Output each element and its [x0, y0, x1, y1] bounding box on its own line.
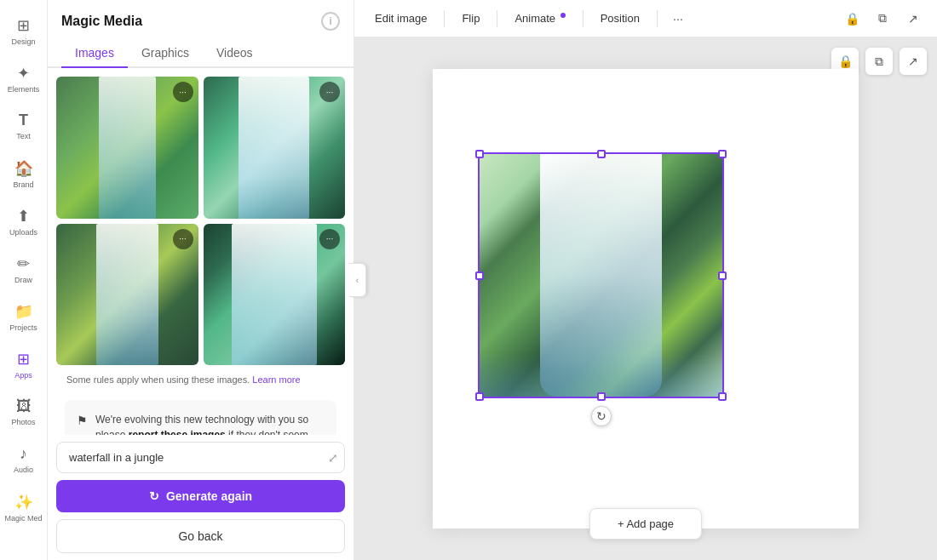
expand-search-button[interactable]: ⤢	[328, 451, 338, 465]
tab-videos[interactable]: Videos	[203, 39, 267, 68]
search-input[interactable]	[56, 442, 345, 473]
toolbar: Edit image Flip Animate Position ··· 🔒 ⧉…	[354, 0, 937, 37]
sidebar-item-label: Text	[16, 132, 31, 140]
handle-bottom-middle[interactable]	[597, 392, 606, 401]
sidebar-item-design[interactable]: ⊞ Design	[0, 7, 48, 54]
sidebar-item-label: Projects	[9, 323, 37, 332]
toolbar-separator-1	[444, 10, 445, 27]
chevron-left-icon: ‹	[356, 276, 359, 285]
sidebar-item-photos[interactable]: 🖼 Photos	[0, 388, 48, 436]
animate-button[interactable]: Animate	[504, 8, 575, 29]
sidebar-item-label: Uploads	[9, 228, 37, 237]
sidebar-item-brand[interactable]: 🏠 Brand	[0, 150, 48, 197]
sidebar-item-magic-med[interactable]: ✨ Magic Med	[0, 483, 48, 531]
sidebar-item-label: Audio	[14, 466, 33, 474]
image-card-3[interactable]: ···	[56, 224, 198, 366]
generate-again-button[interactable]: ↻ Generate again	[56, 480, 345, 512]
panel-info-button[interactable]: i	[321, 12, 340, 31]
image-card-1[interactable]: ···	[56, 77, 198, 219]
brand-icon: 🏠	[14, 159, 33, 178]
report-link[interactable]: report these images	[129, 429, 228, 435]
handle-top-right[interactable]	[718, 150, 727, 158]
more-options-button-1[interactable]: ···	[173, 82, 193, 102]
sidebar-item-label: Photos	[11, 418, 35, 426]
handle-middle-left[interactable]	[475, 271, 484, 280]
projects-icon: 📁	[14, 302, 33, 321]
canvas-area: 🔒 ⧉ ↗ ↻	[354, 37, 937, 560]
lock-button[interactable]: 🔒	[838, 5, 865, 32]
toolbar-separator-4	[657, 10, 658, 27]
canvas-page: ↻	[433, 69, 859, 529]
sidebar-item-label: Apps	[14, 371, 32, 380]
image-grid-container: ··· ··· ··· ··· Some rules apply when us…	[48, 68, 354, 435]
learn-more-link[interactable]: Learn more	[252, 374, 300, 385]
copy-button[interactable]: ⧉	[869, 5, 896, 32]
magic-icon: ✨	[14, 493, 33, 511]
sidebar-item-audio[interactable]: ♪ Audio	[0, 436, 48, 483]
draw-icon: ✏	[17, 254, 30, 273]
main-area: Edit image Flip Animate Position ··· 🔒 ⧉…	[354, 0, 937, 560]
sidebar-item-uploads[interactable]: ⬆ Uploads	[0, 197, 48, 245]
tab-bar: Images Graphics Videos	[48, 39, 354, 68]
handle-middle-right[interactable]	[718, 271, 727, 280]
selected-image-container[interactable]: ↻	[480, 154, 722, 397]
design-icon: ⊞	[17, 16, 30, 35]
sidebar-item-apps[interactable]: ⊞ Apps	[0, 340, 48, 388]
image-card-4[interactable]: ···	[204, 224, 346, 366]
elements-icon: ✦	[17, 64, 30, 83]
sidebar-item-elements[interactable]: ✦ Elements	[0, 54, 48, 102]
handle-bottom-left[interactable]	[475, 392, 484, 401]
tab-images[interactable]: Images	[61, 39, 128, 68]
toolbar-separator-3	[583, 10, 583, 27]
copy-canvas-icon[interactable]: ⧉	[865, 48, 893, 75]
info-box: ⚑ We're evolving this new technology wit…	[65, 400, 336, 435]
more-options-button-3[interactable]: ···	[173, 229, 193, 249]
tab-graphics[interactable]: Graphics	[128, 39, 203, 68]
panel-title: Magic Media	[61, 14, 314, 29]
text-icon: T	[19, 111, 28, 129]
refresh-icon: ↻	[149, 489, 159, 503]
info-box-text: We're evolving this new technology with …	[77, 412, 325, 435]
flag-icon: ⚑	[77, 412, 88, 430]
handle-top-left[interactable]	[475, 150, 484, 158]
handle-bottom-right[interactable]	[718, 392, 727, 401]
edit-image-button[interactable]: Edit image	[365, 8, 437, 29]
rotate-handle[interactable]: ↻	[591, 406, 612, 426]
hide-panel-button[interactable]: ‹	[349, 263, 366, 297]
apps-icon: ⊞	[17, 350, 30, 369]
add-page-button[interactable]: + Add page	[589, 508, 702, 540]
position-button[interactable]: Position	[590, 8, 650, 29]
image-card-2[interactable]: ···	[204, 77, 346, 219]
uploads-icon: ⬆	[17, 207, 30, 226]
sidebar-item-label: Elements	[8, 85, 40, 94]
audio-icon: ♪	[20, 445, 27, 463]
more-toolbar-button[interactable]: ···	[664, 5, 692, 32]
sidebar-item-draw[interactable]: ✏ Draw	[0, 245, 48, 293]
sidebar-item-label: Magic Med	[4, 514, 42, 523]
sidebar-item-label: Brand	[13, 180, 33, 189]
canvas-waterfall-image	[480, 154, 722, 397]
share-canvas-icon[interactable]: ↗	[900, 48, 927, 75]
sidebar-item-label: Draw	[14, 276, 32, 284]
handle-top-middle[interactable]	[597, 150, 606, 158]
animate-dot	[560, 13, 566, 18]
more-options-button-4[interactable]: ···	[319, 229, 340, 249]
info-icon: i	[330, 15, 332, 27]
go-back-button[interactable]: Go back	[56, 519, 345, 553]
sidebar-item-label: Design	[11, 37, 35, 46]
image-grid: ··· ··· ··· ···	[56, 77, 345, 365]
photos-icon: 🖼	[16, 397, 32, 415]
flip-button[interactable]: Flip	[451, 8, 490, 29]
panel: Magic Media i Images Graphics Videos ···	[48, 0, 354, 560]
share-button[interactable]: ↗	[900, 5, 927, 32]
sidebar-item-text[interactable]: T Text	[0, 102, 48, 150]
rotate-icon: ↻	[596, 409, 606, 423]
more-options-button-2[interactable]: ···	[319, 82, 340, 102]
search-input-wrapper: ⤢	[56, 442, 345, 473]
rules-text: Some rules apply when using these images…	[56, 365, 345, 395]
sidebar: ⊞ Design ✦ Elements T Text 🏠 Brand ⬆ Upl…	[0, 0, 48, 560]
sidebar-item-projects[interactable]: 📁 Projects	[0, 293, 48, 340]
panel-header: Magic Media i	[48, 0, 354, 39]
toolbar-separator-2	[497, 10, 497, 27]
panel-bottom: ⤢ ↻ Generate again Go back	[48, 435, 354, 560]
